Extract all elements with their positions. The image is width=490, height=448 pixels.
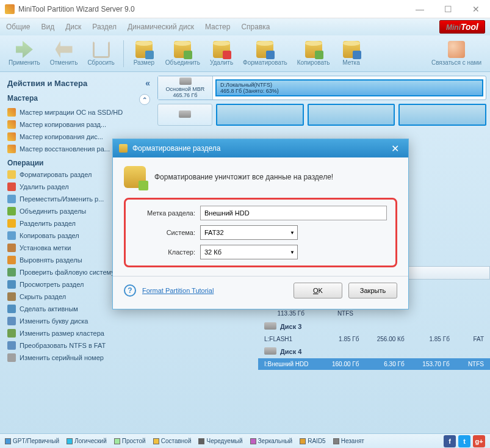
cluster-dropdown[interactable]: 32 Кб [200, 245, 298, 259]
legend-item: Составной [153, 438, 192, 444]
operation-icon [7, 280, 16, 289]
apply-button[interactable]: Применить [5, 40, 44, 67]
help-icon[interactable]: ? [124, 284, 136, 297]
menu-partition[interactable]: Раздел [92, 23, 117, 31]
support-icon [448, 41, 465, 58]
format-icon [256, 41, 273, 58]
logo: MiniTool [439, 20, 485, 34]
label-label: Метка раздела: [134, 209, 195, 217]
partition-bar[interactable]: D:Локальный(NTFS) 465.8 Гб (Занято: 63%) [215, 79, 483, 96]
delete-icon [213, 41, 230, 58]
dialog-titlebar: Форматирование раздела ✕ [113, 139, 408, 157]
operation-icon [7, 329, 16, 338]
delete-button[interactable]: Удалить [206, 40, 237, 67]
twitter-icon[interactable]: t [458, 435, 470, 447]
partition-small[interactable] [308, 104, 395, 126]
titlebar: MiniTool Partition Wizard Server 9.0 — ☐… [0, 0, 490, 18]
format-button[interactable]: Форматировать [239, 40, 291, 67]
minimize-button[interactable]: — [411, 2, 429, 16]
close-button[interactable]: ✕ [467, 2, 485, 16]
toolbar: Применить Отменить Сбросить Размер Объед… [0, 35, 490, 72]
operation-icon [7, 231, 16, 240]
merge-button[interactable]: Объединить [162, 40, 204, 67]
merge-icon [174, 41, 191, 58]
wizard-item[interactable]: Мастер миграции ОС на SSD/HD [4, 106, 154, 118]
copy-button[interactable]: Копировать [294, 40, 334, 67]
disk3-header: Диск 3 [258, 320, 490, 333]
cluster-label: Кластер: [134, 248, 195, 256]
contact-button[interactable]: Связаться с нами [428, 40, 485, 67]
operation-item[interactable]: Преобразовать NTFS в FAT [4, 339, 154, 352]
facebook-icon[interactable]: f [444, 435, 456, 447]
legend-item: RAID5 [300, 438, 325, 444]
app-icon [5, 4, 15, 14]
operation-item[interactable]: Изменить букву диска [4, 315, 154, 327]
wizard-icon [7, 132, 16, 141]
warning-icon [124, 166, 146, 188]
label-icon [343, 41, 360, 58]
disk-header: Основной MBR 465.76 Гб [158, 76, 213, 99]
disk-icon [264, 347, 276, 355]
legend-swatch [333, 438, 339, 444]
legend-item: Незанят [333, 438, 364, 444]
legend-swatch [5, 438, 11, 444]
legend-swatch [153, 438, 159, 444]
discard-button[interactable]: Сбросить [84, 40, 118, 67]
operation-icon [7, 305, 16, 313]
legend-item: Зеркальный [250, 438, 293, 444]
format-dialog: Форматирование раздела ✕ Форматирование … [112, 139, 409, 309]
wizard-icon [7, 108, 16, 117]
legend-swatch [300, 438, 306, 444]
ok-button[interactable]: OK [294, 283, 342, 298]
discard-icon [93, 41, 110, 58]
partition-label-input[interactable] [200, 206, 387, 220]
partition-small[interactable] [216, 104, 304, 126]
undo-icon [56, 41, 73, 58]
social-links: f t g+ [444, 435, 485, 447]
disk-header-2 [157, 104, 212, 126]
menu-disk[interactable]: Диск [65, 23, 81, 31]
googleplus-icon[interactable]: g+ [473, 435, 485, 447]
operation-icon [7, 207, 16, 215]
disk-box[interactable]: Основной MBR 465.76 Гб D:Локальный(NTFS)… [157, 76, 486, 100]
menu-general[interactable]: Общие [6, 23, 30, 31]
dialog-close-button[interactable]: ✕ [387, 141, 402, 156]
dialog-footer: ? Format Partition Tutorial OK Закрыть [113, 276, 408, 305]
legend-swatch [114, 438, 120, 444]
collapse-panel-icon[interactable]: « [145, 78, 150, 88]
operation-icon [7, 244, 16, 252]
window-controls: — ☐ ✕ [411, 2, 485, 16]
label-button[interactable]: Метка [336, 40, 367, 67]
menu-dynamic[interactable]: Динамический диск [128, 23, 194, 31]
menu-help[interactable]: Справка [241, 23, 270, 31]
operation-icon [7, 353, 16, 362]
table-row[interactable]: L:FLASH1 1.85 Гб 256.00 Кб 1.85 Гб FAT [258, 333, 490, 345]
resize-icon [135, 41, 153, 58]
resize-button[interactable]: Размер [129, 40, 159, 67]
table-row-selected[interactable]: I:Внешний HDD 160.00 Гб 6.30 Гб 153.70 Г… [258, 358, 490, 370]
operation-item[interactable]: Изменить размер кластера [4, 327, 154, 339]
operation-item[interactable]: Изменить серийный номер [4, 352, 154, 364]
menu-master[interactable]: Мастер [205, 23, 231, 31]
filesystem-dropdown[interactable]: FAT32 [200, 225, 298, 240]
operation-icon [7, 292, 16, 301]
dialog-warning: Форматирование уничтожит все данные на р… [124, 166, 397, 188]
wizard-item[interactable]: Мастер копирования разд... [4, 118, 154, 131]
collapse-wizards-icon[interactable]: ⌃ [139, 94, 150, 105]
disk-icon [179, 110, 191, 118]
wizards-heading: Мастера ⌃ [4, 90, 154, 106]
menu-view[interactable]: Вид [41, 23, 54, 31]
close-dialog-button[interactable]: Закрыть [348, 283, 397, 298]
copy-icon [305, 41, 322, 58]
operation-icon [7, 317, 16, 325]
operation-icon [7, 195, 16, 203]
legend-item: GPT/Первичный [5, 438, 59, 444]
wizard-icon [7, 145, 16, 153]
partition-small[interactable] [398, 104, 486, 126]
apply-icon [16, 41, 33, 58]
operation-icon [7, 268, 16, 276]
operation-icon [7, 219, 16, 228]
undo-button[interactable]: Отменить [46, 40, 82, 67]
maximize-button[interactable]: ☐ [439, 2, 457, 16]
tutorial-link[interactable]: Format Partition Tutorial [142, 287, 287, 294]
